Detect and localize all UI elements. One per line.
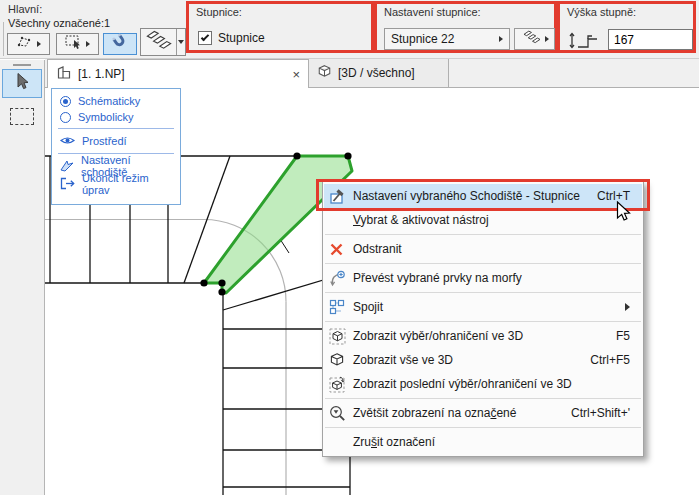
- menu-item-convert-to-morph[interactable]: Převést vybrané prvky na morfy: [324, 266, 642, 290]
- mouse-cursor-icon: [616, 201, 632, 227]
- separator: [325, 427, 641, 428]
- stair-treads-dropdown[interactable]: [176, 29, 185, 55]
- tab-3d-label: [3D / všechno]: [338, 66, 415, 80]
- settings-hammer-icon: [329, 188, 353, 205]
- exit-edit-mode-item[interactable]: Ukončit režim úprav: [52, 175, 180, 193]
- radio-symbolic-label: Symbolicky: [78, 111, 134, 123]
- palette-drag-handle[interactable]: [13, 64, 31, 66]
- tool-palette: [0, 60, 45, 495]
- menu-item-show-all-3d[interactable]: Zobrazit vše ve 3D Ctrl+F5: [324, 348, 642, 372]
- stupnice-dropdown-value: Stupnice 22: [391, 32, 454, 46]
- tab-floor-plan-label: [1. 1.NP]: [78, 67, 125, 81]
- flyout-arrow-icon: [86, 41, 90, 47]
- treads-flyout-button[interactable]: [514, 28, 555, 50]
- arrow-tool-button[interactable]: [2, 69, 42, 98]
- stupnice-dropdown[interactable]: Stupnice 22: [384, 28, 510, 50]
- top-toolbar: Hlavní: Všechny označené:1 Stupnice: Stu…: [0, 0, 699, 59]
- join-nodes-icon: [329, 299, 353, 315]
- toolbar-title: Hlavní:: [8, 3, 42, 15]
- show-selection-3d-icon: [329, 328, 353, 345]
- riser-height-input[interactable]: [608, 29, 693, 50]
- nastaveni-stupnice-title: Nastavení stupnice:: [384, 6, 481, 18]
- menu-item-zoom-to-selection[interactable]: Zvětšit zobrazení na označené Ctrl+Shift…: [324, 401, 642, 425]
- menu-item-select-activate-tool[interactable]: Vybrat & aktivovat nástroj: [324, 208, 642, 232]
- separator: [325, 263, 641, 264]
- stair-treads-icon: [145, 28, 173, 56]
- environment-label: Prostředí: [82, 135, 127, 147]
- flyout-arrow-icon: [545, 36, 549, 42]
- arrow-cursor-icon: [14, 72, 30, 95]
- exit-icon: [60, 177, 75, 192]
- stupnice-checkbox-label: Stupnice: [218, 31, 265, 45]
- menu-item-deselect[interactable]: Zrušit označení: [324, 430, 642, 454]
- radio-schematic[interactable]: Schématicky: [52, 93, 180, 109]
- tab-3d-view[interactable]: [3D / všechno]: [309, 59, 449, 87]
- flyout-arrow-icon: [37, 41, 41, 47]
- stair-treads-icon: [521, 29, 543, 49]
- menu-item-delete[interactable]: Odstranit: [324, 237, 642, 261]
- menu-item-stair-settings[interactable]: Nastavení vybraného Schodiště - Stupnice…: [324, 184, 642, 208]
- toolbar-drag-handle[interactable]: [3, 22, 4, 56]
- floor-plan-icon: [56, 65, 72, 83]
- dropdown-arrow-icon: [178, 40, 184, 44]
- stair-settings-icon: [60, 159, 74, 174]
- tab-floor-plan[interactable]: [1. 1.NP] ×: [47, 59, 309, 88]
- magnet-snap-button[interactable]: [103, 33, 137, 55]
- radio-schematic-label: Schématicky: [78, 95, 140, 107]
- marquee-tool-button[interactable]: [10, 108, 34, 125]
- morph-convert-icon: [329, 270, 353, 287]
- cube-icon: [317, 64, 332, 82]
- separator: [325, 292, 641, 293]
- separator: [58, 128, 174, 129]
- submenu-arrow-icon: [625, 303, 630, 311]
- menu-item-show-selection-3d[interactable]: Zobrazit výběr/ohraničení ve 3D F5: [324, 324, 642, 348]
- show-last-3d-icon: [329, 376, 353, 393]
- dropdown-arrow-icon: [499, 36, 503, 42]
- marquee-select-button[interactable]: [56, 33, 99, 55]
- stupnice-checkbox[interactable]: [198, 31, 212, 45]
- radio-symbolic[interactable]: Symbolicky: [52, 109, 180, 125]
- view-tab-strip: [3D / všechno] [1. 1.NP] ×: [45, 59, 699, 88]
- menu-item-show-last-3d[interactable]: Zobrazit poslední výběr/ohraničení ve 3D: [324, 372, 642, 396]
- stair-treads-tool-button[interactable]: [140, 28, 186, 56]
- stupnice-section: Stupnice: Stupnice: [186, 1, 374, 53]
- eye-icon: [60, 135, 75, 148]
- selection-count-status: Všechny označené:1: [8, 17, 110, 29]
- magnet-icon: [111, 33, 129, 55]
- separator: [325, 234, 641, 235]
- show-all-3d-icon: [329, 352, 353, 368]
- separator: [325, 321, 641, 322]
- separator: [325, 398, 641, 399]
- checkmark-icon: [201, 33, 209, 41]
- environment-item[interactable]: Prostředí: [52, 132, 180, 150]
- menu-item-join[interactable]: Spojit: [324, 295, 642, 319]
- exit-edit-label: Ukončit režim úprav: [82, 172, 172, 196]
- context-menu: Nastavení vybraného Schodiště - Stupnice…: [322, 181, 644, 457]
- tab-close-icon[interactable]: ×: [292, 68, 300, 81]
- delete-x-icon: [329, 242, 353, 257]
- zoom-to-selection-icon: [329, 405, 353, 422]
- radio-icon: [60, 112, 71, 123]
- stair-edit-mode-popup: Schématicky Symbolicky Prostředí Nastave…: [51, 88, 181, 205]
- vyska-stupne-title: Výška stupně:: [567, 6, 636, 18]
- lasso-select-icon: [16, 35, 34, 53]
- marquee-select-icon: [65, 35, 83, 54]
- nastaveni-stupnice-section: Nastavení stupnice: Stupnice 22: [374, 1, 557, 53]
- vyska-stupne-section: Výška stupně:: [557, 1, 696, 53]
- lasso-select-button[interactable]: [7, 33, 50, 55]
- stupnice-section-title: Stupnice:: [196, 6, 242, 18]
- riser-height-icon: [568, 31, 600, 54]
- radio-selected-icon: [60, 96, 71, 107]
